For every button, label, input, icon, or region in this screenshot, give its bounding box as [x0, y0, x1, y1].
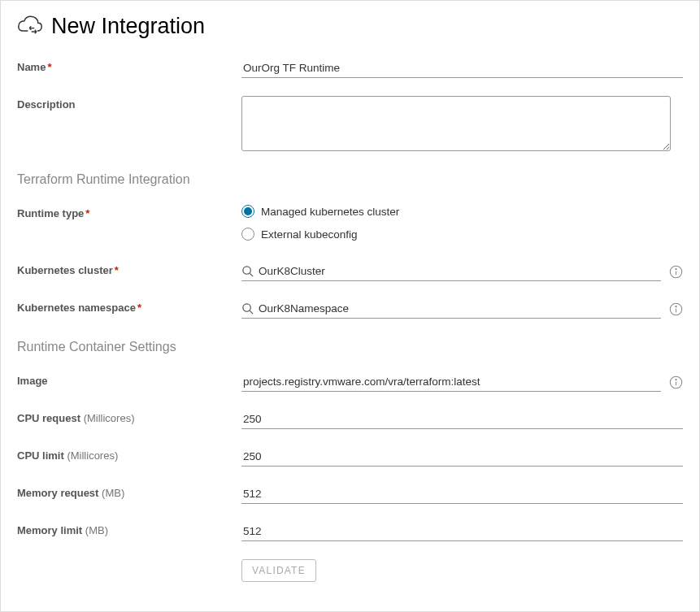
- k8s-namespace-input[interactable]: [259, 299, 661, 318]
- k8s-namespace-search[interactable]: [241, 299, 661, 319]
- button-row: VALIDATE: [17, 559, 683, 582]
- runtime-type-radio-group: Managed kubernetes cluster External kube…: [241, 205, 399, 241]
- svg-point-5: [243, 304, 250, 311]
- k8s-namespace-row: Kubernetes namespace*: [17, 299, 683, 319]
- mem-request-label: Memory request (MB): [17, 484, 241, 499]
- radio-circle-icon: [241, 228, 254, 241]
- description-label: Description: [17, 96, 241, 111]
- description-textarea[interactable]: [241, 96, 671, 151]
- k8s-cluster-row: Kubernetes cluster*: [17, 262, 683, 281]
- mem-limit-input[interactable]: [241, 522, 683, 541]
- svg-line-1: [250, 273, 253, 276]
- info-icon[interactable]: [669, 302, 683, 316]
- validate-button[interactable]: VALIDATE: [241, 559, 316, 582]
- radio-label: Managed kubernetes cluster: [261, 206, 399, 218]
- section-runtime-integration: Terraform Runtime Integration: [17, 172, 683, 187]
- name-input[interactable]: [241, 59, 683, 78]
- name-label: Name*: [17, 59, 241, 73]
- image-row: Image: [17, 372, 683, 392]
- k8s-cluster-input[interactable]: [259, 262, 661, 280]
- search-icon: [241, 265, 254, 277]
- image-label: Image: [17, 372, 241, 387]
- cpu-limit-input[interactable]: [241, 447, 683, 467]
- svg-point-3: [676, 268, 676, 269]
- mem-request-input[interactable]: [241, 484, 683, 504]
- cpu-request-row: CPU request (Millicores): [17, 410, 683, 429]
- mem-limit-label: Memory limit (MB): [17, 522, 241, 536]
- radio-external-kubeconfig[interactable]: External kubeconfig: [241, 228, 399, 241]
- cpu-limit-row: CPU limit (Millicores): [17, 447, 683, 467]
- description-row: Description: [17, 96, 683, 151]
- svg-point-0: [243, 267, 250, 274]
- mem-request-row: Memory request (MB): [17, 484, 683, 504]
- mem-limit-row: Memory limit (MB): [17, 522, 683, 541]
- name-row: Name*: [17, 59, 683, 78]
- svg-point-11: [676, 379, 676, 380]
- page-title: New Integration: [51, 14, 205, 39]
- search-icon: [241, 302, 254, 315]
- radio-label: External kubeconfig: [261, 228, 358, 241]
- cpu-request-input[interactable]: [241, 410, 683, 429]
- info-icon[interactable]: [669, 375, 683, 389]
- page-header: New Integration: [17, 14, 683, 39]
- k8s-cluster-label: Kubernetes cluster*: [17, 262, 241, 276]
- k8s-cluster-search[interactable]: [241, 262, 661, 281]
- radio-circle-icon: [241, 205, 254, 218]
- cloud-integration-icon: [17, 15, 43, 39]
- svg-line-6: [250, 310, 253, 314]
- section-container-settings: Runtime Container Settings: [17, 340, 683, 354]
- cpu-request-label: CPU request (Millicores): [17, 410, 241, 424]
- radio-managed-kubernetes[interactable]: Managed kubernetes cluster: [241, 205, 399, 218]
- svg-point-8: [676, 306, 676, 306]
- cpu-limit-label: CPU limit (Millicores): [17, 447, 241, 462]
- runtime-type-label: Runtime type*: [17, 205, 241, 219]
- k8s-namespace-label: Kubernetes namespace*: [17, 299, 241, 314]
- runtime-type-row: Runtime type* Managed kubernetes cluster…: [17, 205, 683, 241]
- image-input[interactable]: [241, 372, 661, 392]
- info-icon[interactable]: [669, 265, 683, 279]
